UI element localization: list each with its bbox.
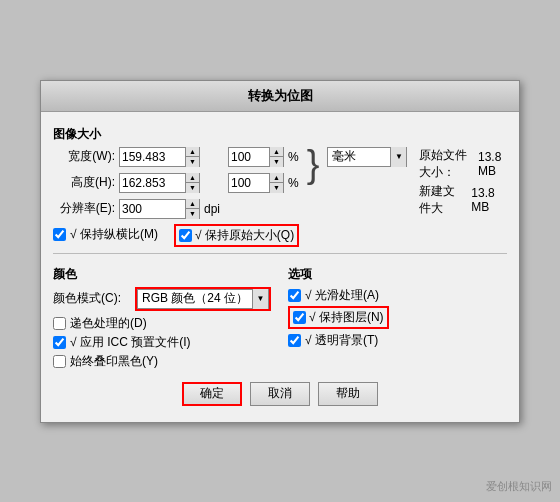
transparent-bg-label: √ 透明背景(T) [305, 332, 378, 349]
keep-ratio-label: √ 保持纵横比(M) [70, 226, 158, 243]
resolution-spin-down[interactable]: ▼ [186, 209, 199, 219]
brace: } [307, 147, 320, 183]
options-section-label: 选项 [288, 266, 507, 283]
always-overprint-label: 始终叠印黑色(Y) [70, 353, 158, 370]
original-size-value: 13.8 MB [478, 150, 507, 178]
original-size-label: 原始文件大小： [419, 147, 474, 181]
ok-button[interactable]: 确定 [182, 382, 242, 406]
color-handle-checkbox[interactable] [53, 317, 66, 330]
height-input[interactable] [120, 174, 185, 192]
keep-layers-highlighted: √ 保持图层(N) [288, 306, 389, 329]
height-percent-symbol: % [288, 176, 299, 190]
color-section-label: 颜色 [53, 266, 272, 283]
height-percent-input[interactable] [229, 174, 269, 192]
resolution-label: 分辨率(E): [53, 200, 115, 217]
width-percent-group: ▲ ▼ [228, 147, 284, 167]
height-spin-up[interactable]: ▲ [186, 173, 199, 184]
width-label: 宽度(W): [53, 148, 115, 165]
keep-layers-checkbox[interactable] [293, 311, 306, 324]
new-size-value: 13.8 MB [471, 186, 507, 214]
height-percent-spin-up[interactable]: ▲ [270, 173, 283, 184]
height-spin-down[interactable]: ▼ [186, 183, 199, 193]
width-spin-down[interactable]: ▼ [186, 157, 199, 167]
unit-select-arrow[interactable]: ▼ [390, 147, 406, 167]
keep-ratio-checkbox[interactable] [53, 228, 66, 241]
options-section: 选项 √ 光滑处理(A) √ 保持图层(N) √ 透明背景(T) [288, 260, 507, 372]
dialog-buttons: 确定 取消 帮助 [53, 382, 507, 406]
apply-icc-label: √ 应用 ICC 预置文件(I) [70, 334, 191, 351]
width-input-group: ▲ ▼ [119, 147, 200, 167]
resolution-input-group: ▲ ▼ [119, 199, 200, 219]
keep-layers-label: √ 保持图层(N) [309, 309, 384, 326]
width-percent-spin-up[interactable]: ▲ [270, 147, 283, 158]
keep-original-checkbox[interactable] [179, 229, 192, 242]
resolution-unit: dpi [204, 202, 220, 216]
dialog-title: 转换为位图 [41, 81, 519, 112]
color-section: 颜色 颜色模式(C): RGB 颜色（24 位） ▼ 递色处理的(D) [53, 260, 272, 372]
unit-select-text: 毫米 [328, 148, 390, 165]
cancel-button[interactable]: 取消 [250, 382, 310, 406]
anti-aliasing-checkbox[interactable] [288, 289, 301, 302]
resolution-input[interactable] [120, 200, 185, 218]
height-input-group: ▲ ▼ [119, 173, 200, 193]
color-mode-value: RGB 颜色（24 位） [138, 290, 252, 307]
keep-original-highlighted: √ 保持原始大小(Q) [174, 224, 299, 247]
watermark: 爱创根知识网 [486, 479, 552, 494]
new-size-label: 新建文件大 [419, 183, 467, 217]
color-mode-arrow[interactable]: ▼ [252, 289, 268, 309]
height-percent-spin-down[interactable]: ▼ [270, 183, 283, 193]
color-mode-select[interactable]: RGB 颜色（24 位） ▼ [137, 289, 269, 309]
color-mode-select-highlighted: RGB 颜色（24 位） ▼ [135, 287, 271, 311]
width-percent-symbol: % [288, 150, 299, 164]
color-mode-label: 颜色模式(C): [53, 290, 131, 307]
width-percent-input[interactable] [229, 148, 269, 166]
width-spin-up[interactable]: ▲ [186, 147, 199, 158]
height-label: 高度(H): [53, 174, 115, 191]
help-button[interactable]: 帮助 [318, 382, 378, 406]
convert-to-bitmap-dialog: 转换为位图 图像大小 宽度(W): ▲ ▼ [40, 80, 520, 423]
keep-ratio-row: √ 保持纵横比(M) [53, 224, 158, 245]
transparent-bg-checkbox[interactable] [288, 334, 301, 347]
always-overprint-checkbox[interactable] [53, 355, 66, 368]
color-handle-label: 递色处理的(D) [70, 315, 147, 332]
image-size-section-label: 图像大小 [53, 126, 507, 143]
apply-icc-checkbox[interactable] [53, 336, 66, 349]
width-percent-spin-down[interactable]: ▼ [270, 157, 283, 167]
width-input[interactable] [120, 148, 185, 166]
anti-aliasing-label: √ 光滑处理(A) [305, 287, 379, 304]
height-percent-group: ▲ ▼ [228, 173, 284, 193]
unit-select[interactable]: 毫米 ▼ [327, 147, 407, 167]
resolution-spin-up[interactable]: ▲ [186, 199, 199, 210]
keep-original-label: √ 保持原始大小(Q) [195, 227, 294, 244]
